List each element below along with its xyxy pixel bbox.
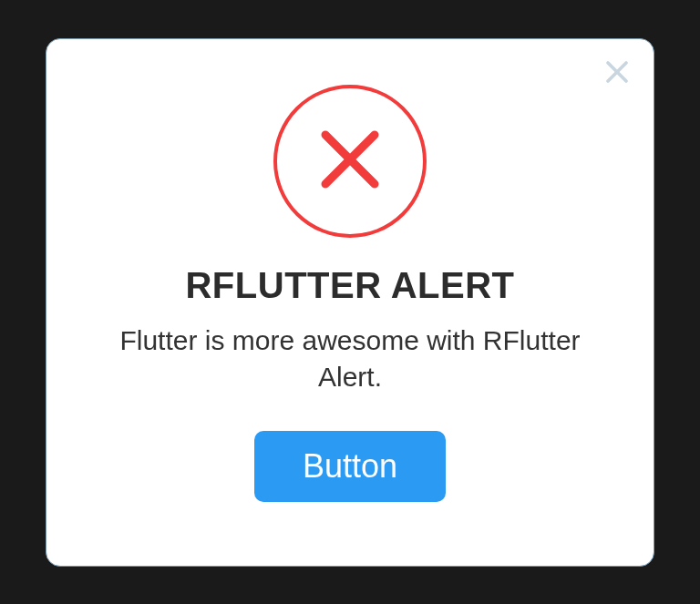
primary-button[interactable]: Button: [254, 431, 446, 502]
close-button[interactable]: [601, 57, 633, 90]
alert-dialog: RFLUTTER ALERT Flutter is more awesome w…: [46, 38, 654, 567]
close-icon: [603, 58, 631, 89]
alert-icon-container: [273, 85, 427, 238]
dialog-title: RFLUTTER ALERT: [185, 265, 514, 306]
error-icon: [317, 127, 383, 196]
dialog-message: Flutter is more awesome with RFlutter Al…: [92, 322, 608, 396]
